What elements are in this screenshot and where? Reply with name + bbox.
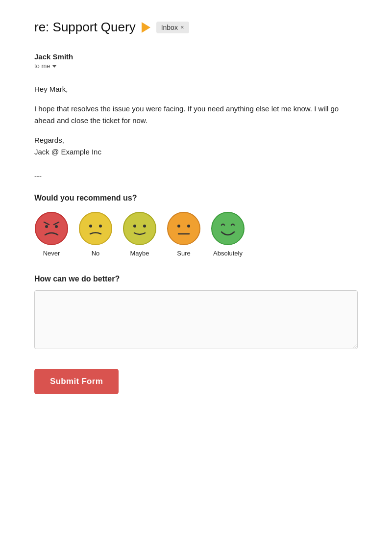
- inbox-badge-label: Inbox: [161, 24, 178, 31]
- emoji-option-maybe[interactable]: Maybe: [122, 211, 157, 257]
- emoji-label-absolutely: Absolutely: [213, 250, 243, 257]
- svg-point-11: [168, 212, 200, 245]
- submit-button[interactable]: Submit Form: [34, 369, 119, 394]
- emoji-option-sure[interactable]: Sure: [167, 211, 201, 257]
- to-label: to me: [34, 62, 50, 70]
- email-greeting: Hey Mark,: [34, 83, 358, 95]
- emoji-face-maybe: [122, 211, 157, 246]
- email-body: Hey Mark, I hope that resolves the issue…: [34, 83, 358, 158]
- inbox-badge-close[interactable]: ×: [180, 24, 184, 30]
- regards-line: Regards,: [34, 134, 358, 146]
- feedback-section: How can we do better?: [34, 275, 358, 351]
- sender-section: Jack Smith to me: [34, 52, 358, 70]
- sender-name: Jack Smith: [34, 52, 358, 61]
- survey-section: Would you recommend us? Never: [34, 194, 358, 257]
- arrow-icon: [142, 22, 150, 33]
- sender-to[interactable]: to me: [34, 62, 358, 70]
- email-header: re: Support Query Inbox ×: [34, 20, 358, 35]
- emoji-face-no: [78, 211, 113, 246]
- svg-point-3: [45, 225, 48, 228]
- feedback-textarea[interactable]: [34, 290, 358, 349]
- emoji-face-absolutely: [211, 211, 245, 246]
- emoji-label-sure: Sure: [177, 250, 190, 257]
- svg-point-12: [177, 225, 180, 228]
- survey-question: Would you recommend us?: [34, 194, 358, 203]
- emoji-face-sure: [167, 211, 201, 246]
- emoji-option-never[interactable]: Never: [34, 211, 69, 257]
- svg-point-5: [79, 212, 112, 245]
- emoji-face-never: [34, 211, 69, 246]
- feedback-question: How can we do better?: [34, 275, 358, 283]
- svg-point-13: [187, 225, 190, 228]
- svg-point-6: [89, 225, 92, 228]
- chevron-down-icon[interactable]: [52, 65, 56, 68]
- emoji-options-row: Never No Maybe: [34, 211, 358, 257]
- emoji-label-never: Never: [43, 250, 60, 257]
- svg-point-0: [35, 212, 68, 245]
- email-divider: ---: [34, 172, 358, 180]
- svg-point-4: [55, 225, 58, 228]
- svg-point-9: [133, 225, 136, 228]
- svg-point-15: [212, 212, 244, 245]
- email-message: I hope that resolves the issue you were …: [34, 103, 358, 127]
- signature-name: Jack @ Example Inc: [34, 146, 358, 158]
- svg-point-7: [99, 225, 102, 228]
- email-signature: Regards, Jack @ Example Inc: [34, 134, 358, 158]
- emoji-option-absolutely[interactable]: Absolutely: [211, 211, 245, 257]
- emoji-label-no: No: [92, 250, 100, 257]
- email-subject: re: Support Query: [34, 20, 136, 35]
- emoji-option-no[interactable]: No: [78, 211, 113, 257]
- svg-point-10: [143, 225, 146, 228]
- svg-point-8: [123, 212, 156, 245]
- emoji-label-maybe: Maybe: [130, 250, 149, 257]
- inbox-badge[interactable]: Inbox ×: [156, 22, 189, 33]
